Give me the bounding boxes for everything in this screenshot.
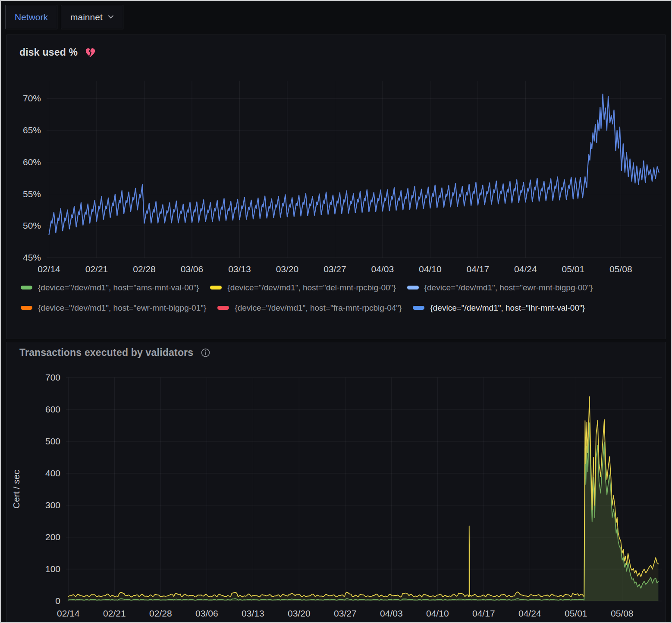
svg-text:700: 700	[45, 372, 60, 382]
svg-text:03/27: 03/27	[334, 608, 357, 618]
variable-bar: Network mainnet	[1, 1, 671, 35]
svg-text:05/01: 05/01	[562, 264, 585, 274]
network-variable-label-text: Network	[15, 12, 48, 22]
legend-series-swatch	[21, 286, 32, 289]
panel-disk-used-title: disk used %	[19, 47, 78, 58]
svg-text:400: 400	[45, 468, 60, 478]
svg-text:200: 200	[45, 532, 60, 542]
info-icon[interactable]	[200, 347, 211, 358]
svg-text:04/10: 04/10	[419, 264, 442, 274]
disk-used-legend: {device="/dev/md1", host="ams-mnt-val-00…	[6, 277, 666, 318]
svg-text:02/28: 02/28	[133, 264, 156, 274]
svg-text:03/13: 03/13	[242, 608, 264, 618]
dashboard-page: Network mainnet disk used % 45%50%55%60%…	[0, 0, 672, 623]
svg-text:45%: 45%	[23, 252, 41, 262]
panel-disk-used: disk used % 45%50%55%60%65%70%02/1402/21…	[6, 35, 666, 339]
network-variable-value: mainnet	[70, 12, 103, 22]
disk-used-chart-canvas[interactable]: 45%50%55%60%65%70%02/1402/2102/2803/0603…	[6, 63, 667, 277]
svg-text:05/01: 05/01	[565, 608, 587, 618]
legend-series-swatch	[21, 306, 32, 310]
svg-text:03/20: 03/20	[276, 264, 299, 274]
panel-transactions-title: Transactions executed by validators	[19, 347, 193, 359]
legend-item[interactable]: {device="/dev/md1", host="del-mnt-rpcbig…	[210, 277, 396, 298]
panel-disk-used-header: disk used %	[6, 35, 666, 63]
legend-series-label: {device="/dev/md1", host="ams-mnt-val-00…	[38, 283, 199, 293]
svg-text:0: 0	[55, 596, 60, 606]
svg-text:05/08: 05/08	[611, 608, 634, 618]
svg-text:03/20: 03/20	[288, 608, 311, 618]
svg-text:04/03: 04/03	[380, 608, 403, 618]
svg-text:500: 500	[45, 436, 60, 446]
legend-series-label: {device="/dev/md1", host="fra-mnt-rpcbig…	[235, 303, 402, 313]
svg-text:02/14: 02/14	[57, 608, 80, 618]
legend-series-label: {device="/dev/md1", host="ewr-mnt-bigpg-…	[38, 303, 206, 313]
svg-text:50%: 50%	[23, 220, 41, 230]
svg-text:02/21: 02/21	[103, 608, 126, 618]
svg-text:02/14: 02/14	[38, 264, 60, 274]
legend-series-swatch	[413, 306, 424, 310]
legend-series-label: {device="/dev/md1", host="lhr-mnt-val-00…	[430, 303, 585, 313]
svg-text:04/17: 04/17	[467, 264, 490, 274]
legend-item[interactable]: {device="/dev/md1", host="ewr-mnt-bigpg-…	[21, 298, 206, 318]
svg-text:02/28: 02/28	[149, 608, 172, 618]
svg-text:05/08: 05/08	[609, 264, 632, 274]
legend-series-swatch	[407, 286, 419, 289]
legend-item[interactable]: {device="/dev/md1", host="lhr-mnt-val-00…	[413, 298, 585, 318]
svg-text:04/17: 04/17	[472, 608, 495, 618]
panel-transactions: Transactions executed by validators 0100…	[6, 342, 666, 622]
svg-text:60%: 60%	[23, 157, 41, 167]
svg-text:300: 300	[45, 500, 60, 510]
legend-series-swatch	[210, 286, 222, 289]
svg-text:03/06: 03/06	[181, 264, 204, 274]
svg-text:65%: 65%	[23, 125, 41, 135]
legend-item[interactable]: {device="/dev/md1", host="ewr-mnt-bigpg-…	[407, 277, 593, 298]
legend-series-label: {device="/dev/md1", host="ewr-mnt-bigpg-…	[424, 283, 593, 293]
svg-text:03/06: 03/06	[195, 608, 218, 618]
chevron-down-icon	[108, 15, 114, 19]
svg-text:70%: 70%	[23, 93, 41, 103]
transactions-chart-canvas[interactable]: 010020030040050060070002/1402/2102/2803/…	[6, 359, 667, 623]
svg-text:03/13: 03/13	[228, 264, 251, 274]
svg-text:04/10: 04/10	[426, 608, 449, 618]
svg-text:04/24: 04/24	[514, 264, 537, 274]
svg-text:02/21: 02/21	[85, 264, 108, 274]
legend-series-swatch	[217, 306, 229, 310]
svg-text:04/24: 04/24	[518, 608, 541, 618]
legend-series-label: {device="/dev/md1", host="del-mnt-rpcbig…	[227, 283, 396, 293]
panel-transactions-header: Transactions executed by validators	[6, 342, 666, 359]
svg-text:600: 600	[45, 404, 60, 414]
svg-text:100: 100	[45, 564, 60, 574]
network-variable-label: Network	[5, 5, 57, 29]
svg-text:Cert / sec: Cert / sec	[11, 470, 21, 509]
svg-text:55%: 55%	[23, 189, 41, 199]
svg-text:03/27: 03/27	[323, 264, 346, 274]
broken-heart-icon	[85, 47, 96, 58]
legend-item[interactable]: {device="/dev/md1", host="ams-mnt-val-00…	[21, 277, 199, 298]
svg-text:04/03: 04/03	[371, 264, 394, 274]
legend-item[interactable]: {device="/dev/md1", host="fra-mnt-rpcbig…	[217, 298, 402, 318]
network-variable-dropdown[interactable]: mainnet	[61, 5, 123, 29]
